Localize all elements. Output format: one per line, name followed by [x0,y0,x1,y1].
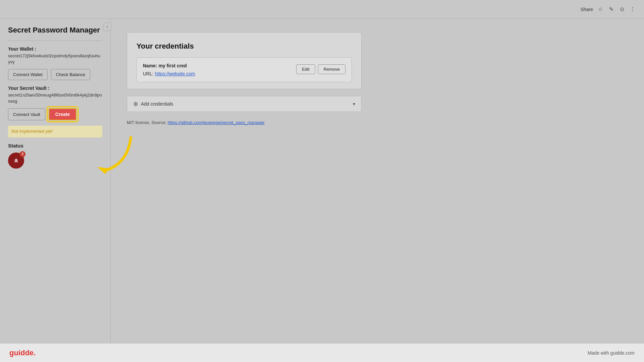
main-content: Your credentials Name: my first cred URL… [111,19,644,343]
license-text: MIT license, Source: https://github.com/… [127,120,362,125]
status-label: Status [8,143,102,148]
license-url-link[interactable]: https://github.com/jeugregg/secret_pass_… [168,120,265,125]
edit-icon[interactable]: ✎ [608,6,614,13]
sidebar-collapse-button[interactable]: ‹ [103,23,111,31]
share-button[interactable]: Share [581,7,593,12]
guidde-logo: guidde. [9,349,36,357]
wallet-label: Your Wallet : [8,46,102,52]
avatar-badge: 3 [19,151,25,157]
app-title: Secret Password Manager [8,25,102,35]
wallet-value: secret172j5kfvwkudzl2cpxtmdy5pxes8azqfuu… [8,53,102,65]
wallet-actions: Connect Wallet Check Balance [8,69,102,80]
top-bar-actions: Share ☆ ✎ ⊙ ⋮ [581,6,636,13]
divider [8,41,102,41]
vault-label: Your Secret Vault : [8,85,102,91]
credentials-card: Your credentials Name: my first cred URL… [127,32,362,89]
add-credentials-row[interactable]: ⊕ Add credentials ▾ [127,96,362,112]
connect-wallet-button[interactable]: Connect Wallet [8,69,48,80]
bottom-bar: guidde. Made with guidde.com [0,343,644,362]
credential-info: Name: my first cred URL: https://website… [143,63,291,76]
create-button[interactable]: Create [49,108,77,120]
vault-actions: Connect Vault Create [8,108,102,120]
remove-credential-button[interactable]: Remove [318,64,345,74]
more-icon[interactable]: ⋮ [629,6,636,13]
chevron-down-icon: ▾ [353,101,355,107]
github-icon[interactable]: ⊙ [619,6,625,13]
check-balance-button[interactable]: Check Balance [51,69,90,80]
made-with-text: Made with guidde.com [588,350,635,356]
credentials-title: Your credentials [137,42,352,51]
credential-url-link[interactable]: https://website.com [155,71,195,76]
credential-url: URL: https://website.com [143,71,291,76]
plus-circle-icon: ⊕ [133,100,138,108]
not-implemented-message: Not implemented yet! [8,126,102,137]
credential-name: Name: my first cred [143,63,291,68]
vault-value: secret1n2faev50meug48l6sn0h0m6k4ykj2dn9p… [8,92,102,104]
add-credentials-label: Add credentials [141,101,173,107]
sidebar: Secret Password Manager Your Wallet : se… [0,19,111,343]
top-bar: Share ☆ ✎ ⊙ ⋮ [0,0,644,19]
avatar-wrapper: a 3 [8,153,24,169]
star-icon[interactable]: ☆ [597,6,604,13]
credential-item: Name: my first cred URL: https://website… [137,57,352,82]
credential-actions: Edit Remove [296,64,345,74]
connect-vault-button[interactable]: Connect Vault [8,108,45,120]
add-credentials-left: ⊕ Add credentials [133,100,173,108]
edit-credential-button[interactable]: Edit [296,64,315,74]
